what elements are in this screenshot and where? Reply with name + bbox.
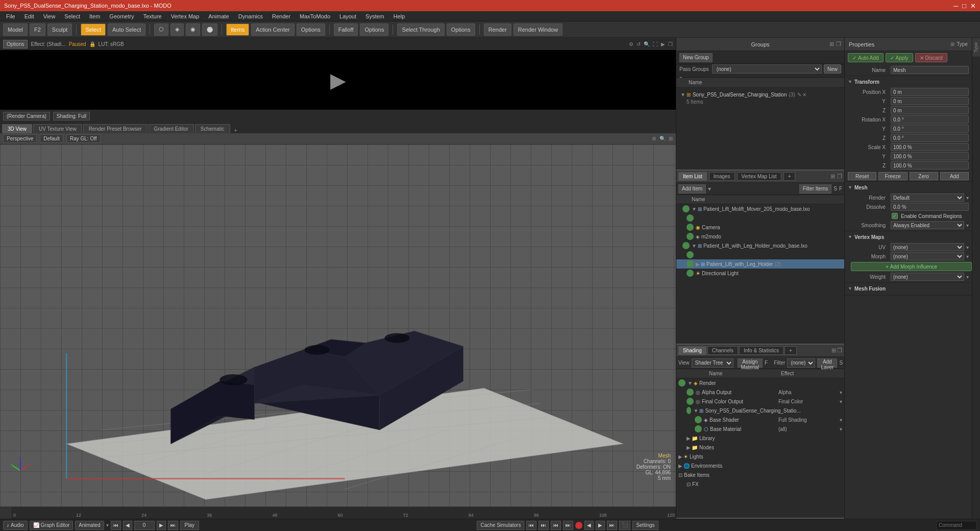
frame-input[interactable] (134, 521, 155, 530)
transport-1[interactable]: ⏮ (526, 521, 536, 530)
item-row-1[interactable] (676, 213, 844, 223)
preview-play-button[interactable]: ▶ (325, 67, 351, 93)
preview-icon-3[interactable]: 🔍 (644, 41, 650, 47)
add-morph-influence-btn[interactable]: + Add Morph Influence (851, 262, 972, 271)
item-row-0[interactable]: ▼ ⊞ Patient_Lift_Molift_Mover_205_modo_b… (676, 204, 844, 213)
alpha-vis-btn[interactable] (687, 389, 694, 396)
vertex-maps-triangle[interactable]: ▼ (848, 234, 852, 239)
shading-filter-select[interactable]: (none) (787, 358, 815, 368)
viewport-ray-gl[interactable]: Ray GL: Off (66, 134, 101, 143)
transport-6[interactable]: ▶ (596, 521, 605, 530)
menu-item[interactable]: Item (85, 12, 104, 20)
tab-3d-view[interactable]: 3D View (2, 124, 32, 133)
menu-maxtomodo[interactable]: MaxToModo (296, 12, 334, 20)
menu-select[interactable]: Select (60, 12, 84, 20)
viewport-zoom-icon[interactable]: 🔍 (659, 136, 666, 141)
transport-4[interactable]: ⏭ (563, 521, 573, 530)
preview-icon-1[interactable]: ⚙ (629, 41, 633, 47)
shading-row-bake[interactable]: ⊡ Bake Items (676, 470, 844, 479)
shading-row-render[interactable]: ▼ ◈ Render (676, 378, 844, 388)
smoothing-select[interactable]: Always Enabled (891, 221, 964, 229)
menu-vertex-map[interactable]: Vertex Map (167, 12, 204, 20)
animated-btn[interactable]: Animated (75, 521, 104, 530)
shading-row-alpha[interactable]: ◎ Alpha Output Alpha ▾ (676, 388, 844, 397)
add-item-btn[interactable]: Add Item (678, 184, 706, 194)
menu-animate[interactable]: Animate (204, 12, 233, 20)
morph-dropdown-icon[interactable]: ▾ (966, 254, 969, 259)
icon-btn-4[interactable]: ⬤ (202, 23, 217, 36)
rec-indicator[interactable] (575, 522, 582, 529)
transport-2[interactable]: ⏭ (538, 521, 549, 530)
auto-add-btn[interactable]: ✓ Auto Add (848, 53, 884, 62)
menu-render[interactable]: Render (268, 12, 295, 20)
uv-dropdown-icon[interactable]: ▾ (966, 245, 969, 250)
transport-8[interactable]: ⬛ (619, 521, 630, 530)
pos-x-input[interactable] (891, 88, 969, 96)
menu-help[interactable]: Help (389, 12, 409, 20)
name-input[interactable] (891, 66, 969, 74)
animated-dropdown[interactable]: ▾ (106, 522, 109, 528)
mesh-triangle[interactable]: ▼ (848, 185, 852, 190)
tab-info-stats[interactable]: Info & Statistics (739, 346, 783, 355)
items-btn[interactable]: Items (226, 23, 249, 36)
transport-7[interactable]: ⏭ (607, 521, 617, 530)
transport-5[interactable]: ◀ (584, 521, 594, 530)
preview-options[interactable]: Options (3, 40, 28, 49)
assign-material-btn[interactable]: Assign Material (738, 358, 763, 368)
shading-row-library[interactable]: ▶ 📁 Library (676, 433, 844, 443)
prev-frame-btn[interactable]: ◀ (123, 521, 132, 530)
menu-file[interactable]: File (2, 12, 19, 20)
transport-3[interactable]: ⏮ (551, 521, 561, 530)
auto-select-btn[interactable]: Auto Select (108, 23, 145, 36)
preview-icon-2[interactable]: ↺ (636, 41, 641, 47)
shading-row-environments[interactable]: ▶ 🌐 Environments (676, 461, 844, 470)
render-dropdown-icon[interactable]: ▾ (966, 195, 969, 201)
weight-dropdown-icon[interactable]: ▾ (966, 274, 969, 280)
transform-triangle[interactable]: ▼ (848, 79, 852, 84)
graph-editor-btn[interactable]: 📈 Graph Editor (30, 521, 74, 530)
item-list-collapse-icon[interactable]: ❐ (837, 173, 842, 180)
zero-btn[interactable]: Zero (910, 172, 938, 180)
rot-x-input[interactable] (891, 115, 969, 124)
menu-view[interactable]: View (39, 12, 60, 20)
tab-render-preset[interactable]: Render Preset Browser (83, 124, 148, 133)
render-select[interactable]: Default (891, 194, 964, 202)
shading-row-final[interactable]: ◎ Final Color Output Final Color ▾ (676, 397, 844, 406)
icon-btn-3[interactable]: ◉ (186, 23, 200, 36)
command-input[interactable] (936, 521, 977, 530)
scene-group-item[interactable]: ▼ ⊞ Sony_PS5_DualSense_Charging_Station … (678, 90, 842, 99)
rot-y-input[interactable] (891, 125, 969, 133)
item-row-6[interactable]: ▶ ⊞ Patient_Lift_with_Leg_Holder (2) (676, 259, 844, 269)
close-btn[interactable]: ✕ (970, 2, 976, 10)
viewport-perspective[interactable]: Perspective (3, 134, 37, 143)
reset-btn[interactable]: Reset (848, 172, 876, 180)
item-list-expand-icon[interactable]: ⊞ (830, 173, 835, 180)
groups-collapse-icon[interactable]: ❐ (836, 41, 841, 47)
tab-shading[interactable]: Shading (678, 346, 706, 355)
item-vis-2[interactable] (687, 224, 694, 231)
menu-layout[interactable]: Layout (335, 12, 360, 20)
shading-collapse-icon[interactable]: ❐ (837, 347, 842, 354)
dissolve-input[interactable] (891, 203, 969, 211)
group-edit-icon[interactable]: ✎ (797, 92, 801, 98)
apply-btn[interactable]: ✓ Apply (886, 53, 913, 62)
rot-z-input[interactable] (891, 134, 969, 142)
morph-select[interactable]: (none) (891, 252, 964, 260)
render-vis-btn[interactable] (678, 379, 685, 387)
shading-row-lights[interactable]: ▶ ☀ Lights (676, 452, 844, 461)
3d-viewport[interactable]: Mesh Channels: 0 Deformers: ON GL: 44,89… (0, 144, 676, 506)
item-vis-0[interactable] (682, 205, 690, 212)
preview-icon-6[interactable]: ❐ (668, 41, 673, 47)
item-row-4[interactable]: ▼ ⊞ Patient_Lift_with_Leg_Holder_modo_ba… (676, 241, 844, 250)
properties-expand-icon[interactable]: ⊞ (950, 41, 954, 47)
item-vis-4[interactable] (682, 242, 690, 249)
render-btn[interactable]: Render (484, 23, 511, 36)
edge-tab-type[interactable]: Type (972, 38, 981, 57)
minimize-btn[interactable]: ─ (953, 2, 958, 10)
tab-channels[interactable]: Channels (707, 346, 738, 355)
groups-expand-icon[interactable]: ⊞ (829, 41, 834, 47)
menu-dynamics[interactable]: Dynamics (234, 12, 267, 20)
pass-groups-select[interactable]: (none) (712, 64, 822, 74)
next-frame-btn[interactable]: ▶ (157, 521, 166, 530)
select-btn[interactable]: Select (81, 23, 106, 36)
